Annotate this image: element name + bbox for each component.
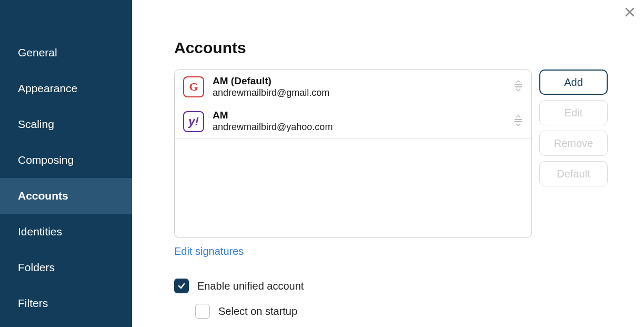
enable-unified-label: Enable unified account xyxy=(197,280,304,292)
settings-sidebar: General Appearance Scaling Composing Acc… xyxy=(0,0,132,327)
sidebar-item-label: Appearance xyxy=(18,82,77,94)
sidebar-item-filters[interactable]: Filters xyxy=(0,285,132,321)
account-email: andrewmailbird@gmail.com xyxy=(213,87,505,99)
enable-unified-checkbox[interactable] xyxy=(174,279,189,293)
select-on-startup-label: Select on startup xyxy=(218,305,297,318)
account-email: andrewmailbird@yahoo.com xyxy=(213,122,505,133)
sidebar-item-label: Accounts xyxy=(18,190,68,202)
sidebar-item-label: General xyxy=(18,46,57,58)
sidebar-item-label: Identities xyxy=(18,225,62,237)
accounts-list: G AM (Default) andrewmailbird@gmail.com … xyxy=(174,70,532,238)
select-on-startup-option: Select on startup xyxy=(195,304,624,319)
sidebar-item-accounts[interactable]: Accounts xyxy=(0,178,132,214)
account-actions: Add Edit Remove Default xyxy=(539,70,608,238)
sidebar-item-scaling[interactable]: Scaling xyxy=(0,106,132,142)
yahoo-icon: y! xyxy=(183,111,204,132)
sidebar-item-label: Folders xyxy=(18,261,55,273)
sidebar-item-label: Composing xyxy=(18,154,74,166)
account-name: AM xyxy=(213,110,505,122)
sidebar-item-label: Filters xyxy=(18,297,48,309)
sidebar-item-general[interactable]: General xyxy=(0,35,132,71)
remove-button: Remove xyxy=(539,131,608,156)
sidebar-item-folders[interactable]: Folders xyxy=(0,250,132,285)
sidebar-item-composing[interactable]: Composing xyxy=(0,142,132,178)
close-icon[interactable] xyxy=(625,7,635,19)
edit-button: Edit xyxy=(539,100,608,125)
enable-unified-option: Enable unified account xyxy=(174,279,624,293)
add-button[interactable]: Add xyxy=(539,70,608,95)
default-button: Default xyxy=(539,161,608,186)
sidebar-item-label: Scaling xyxy=(18,118,54,130)
account-row[interactable]: G AM (Default) andrewmailbird@gmail.com xyxy=(175,70,531,104)
edit-signatures-link[interactable]: Edit signatures xyxy=(174,245,244,257)
sidebar-item-appearance[interactable]: Appearance xyxy=(0,71,132,106)
sidebar-item-identities[interactable]: Identities xyxy=(0,214,132,250)
account-row[interactable]: y! AM andrewmailbird@yahoo.com xyxy=(175,104,531,138)
drag-handle-icon[interactable] xyxy=(514,80,523,94)
page-title: Accounts xyxy=(174,39,624,57)
account-info: AM andrewmailbird@yahoo.com xyxy=(213,110,505,133)
select-on-startup-checkbox[interactable] xyxy=(195,304,210,319)
google-icon: G xyxy=(183,76,204,97)
drag-handle-icon[interactable] xyxy=(514,114,523,129)
account-info: AM (Default) andrewmailbird@gmail.com xyxy=(213,75,505,98)
main-panel: Accounts G AM (Default) andrewmailbird@g… xyxy=(132,0,644,327)
account-name: AM (Default) xyxy=(213,75,505,87)
check-icon xyxy=(177,282,186,290)
